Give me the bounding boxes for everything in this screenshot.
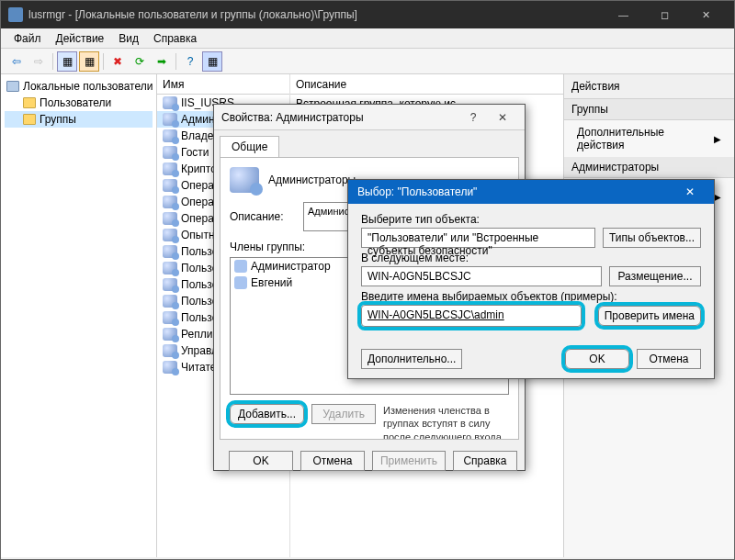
help-button[interactable]: ?	[180, 51, 200, 72]
remove-button[interactable]: Удалить	[311, 404, 376, 424]
group-icon	[163, 96, 177, 109]
tab-general[interactable]: Общие	[220, 136, 279, 157]
export-button[interactable]: ➡	[152, 51, 172, 72]
column-desc-header[interactable]: Описание	[290, 74, 563, 95]
menu-help[interactable]: Справка	[146, 30, 204, 47]
props-help-button[interactable]: ?	[458, 107, 488, 128]
tree-panel: Локальные пользователи и гру Пользовател…	[1, 74, 157, 557]
membership-note: Изменения членства в группах вступят в с…	[383, 404, 509, 440]
select-users-dialog: Выбор: "Пользователи" ✕ Выберите тип объ…	[347, 179, 715, 379]
tree-users[interactable]: Пользователи	[5, 95, 153, 111]
props-close-button[interactable]: ✕	[488, 107, 517, 128]
location-field: WIN-A0GN5LBCSJC	[361, 266, 602, 286]
app-icon	[8, 7, 23, 22]
close-button[interactable]: ✕	[685, 1, 727, 28]
select-close-button[interactable]: ✕	[675, 182, 705, 202]
group-icon	[163, 229, 177, 241]
toolbar-btn-grid[interactable]: ▦	[202, 51, 222, 72]
group-icon	[163, 129, 177, 142]
group-icon	[163, 179, 177, 192]
tree-groups-label: Группы	[40, 113, 76, 126]
toolbar-btn-1[interactable]: ▦	[57, 51, 77, 72]
group-icon	[163, 245, 177, 258]
forward-button[interactable]: ⇨	[28, 51, 49, 72]
group-icon	[163, 328, 177, 341]
select-cancel-button[interactable]: Отмена	[637, 349, 701, 369]
object-names-input[interactable]: WIN-A0GN5LBCSJC\admin	[361, 305, 582, 327]
select-title: Выбор: "Пользователи"	[357, 185, 675, 198]
tree-root-label: Локальные пользователи и гру	[23, 80, 153, 93]
group-icon	[163, 212, 177, 225]
select-body: Выберите тип объекта: "Пользователи" или…	[348, 204, 714, 340]
ok-button[interactable]: OK	[229, 451, 293, 471]
chevron-right-icon: ▶	[714, 134, 721, 144]
obj-types-button[interactable]: Типы объектов...	[603, 228, 701, 248]
add-button[interactable]: Добавить...	[230, 404, 304, 424]
computer-icon	[6, 81, 19, 92]
group-icon	[163, 295, 177, 308]
desc-label: Описание:	[230, 210, 294, 223]
actions-section-groups: Группы	[564, 99, 734, 120]
props-title: Свойства: Администраторы	[221, 111, 458, 124]
titlebar: lusrmgr - [Локальные пользователи и груп…	[1, 1, 734, 28]
chevron-right-icon: ▶	[714, 192, 721, 202]
tree-users-label: Пользователи	[40, 96, 111, 109]
actions-section-admins: Администраторы	[564, 157, 734, 178]
delete-button[interactable]: ✖	[107, 51, 128, 72]
menu-view[interactable]: Вид	[111, 30, 146, 47]
menu-action[interactable]: Действие	[49, 30, 112, 47]
group-icon	[230, 167, 259, 193]
minimize-button[interactable]: —	[603, 1, 644, 28]
cancel-button[interactable]: Отмена	[300, 451, 365, 471]
obj-type-field: "Пользователи" или "Встроенные субъекты …	[361, 228, 595, 248]
group-icon	[163, 162, 177, 175]
group-icon	[163, 361, 177, 374]
props-titlebar: Свойства: Администраторы ? ✕	[214, 105, 525, 130]
tree-root[interactable]: Локальные пользователи и гру	[5, 78, 153, 95]
actions-header: Действия	[564, 74, 734, 99]
folder-icon	[23, 114, 36, 125]
actions-link-groups[interactable]: Дополнительные действия ▶	[564, 120, 734, 157]
user-icon	[234, 276, 247, 289]
props-buttons: OK Отмена Применить Справка	[214, 445, 525, 476]
obj-type-label: Выберите тип объекта:	[361, 213, 701, 226]
maximize-button[interactable]: ◻	[644, 1, 685, 28]
back-button[interactable]: ⇦	[6, 51, 27, 72]
location-button[interactable]: Размещение...	[609, 266, 701, 286]
refresh-button[interactable]: ⟳	[130, 51, 150, 72]
advanced-button[interactable]: Дополнительно...	[361, 349, 462, 369]
apply-button[interactable]: Применить	[372, 451, 446, 471]
group-icon	[163, 196, 177, 208]
help-button[interactable]: Справка	[453, 451, 517, 471]
names-label: Введите имена выбираемых объектов (приме…	[361, 290, 701, 303]
select-ok-button[interactable]: OK	[565, 349, 629, 369]
actions-link-label: Дополнительные действия	[577, 126, 714, 151]
menubar: Файл Действие Вид Справка	[1, 28, 734, 49]
group-icon	[163, 311, 177, 324]
props-tabs: Общие	[214, 130, 525, 157]
select-titlebar: Выбор: "Пользователи" ✕	[348, 180, 714, 204]
check-names-button[interactable]: Проверить имена	[598, 306, 701, 326]
group-name: Администраторы	[268, 174, 356, 186]
folder-icon	[23, 97, 36, 108]
user-icon	[234, 260, 247, 273]
member-name: Администратор	[251, 260, 331, 273]
tree-groups[interactable]: Группы	[5, 111, 153, 128]
toolbar-btn-2[interactable]: ▦	[79, 51, 99, 72]
menu-file[interactable]: Файл	[6, 30, 49, 47]
group-icon	[163, 113, 177, 126]
group-icon	[163, 278, 177, 291]
group-item-label: Гости	[181, 146, 209, 159]
location-label: В следующем месте:	[361, 252, 701, 264]
window-title: lusrmgr - [Локальные пользователи и груп…	[28, 8, 603, 21]
group-icon	[163, 344, 177, 357]
group-icon	[163, 146, 177, 159]
column-name-header[interactable]: Имя	[157, 74, 289, 95]
group-icon	[163, 262, 177, 274]
member-name: Евгений	[251, 276, 292, 289]
toolbar: ⇦ ⇨ ▦ ▦ ✖ ⟳ ➡ ? ▦	[1, 49, 734, 74]
